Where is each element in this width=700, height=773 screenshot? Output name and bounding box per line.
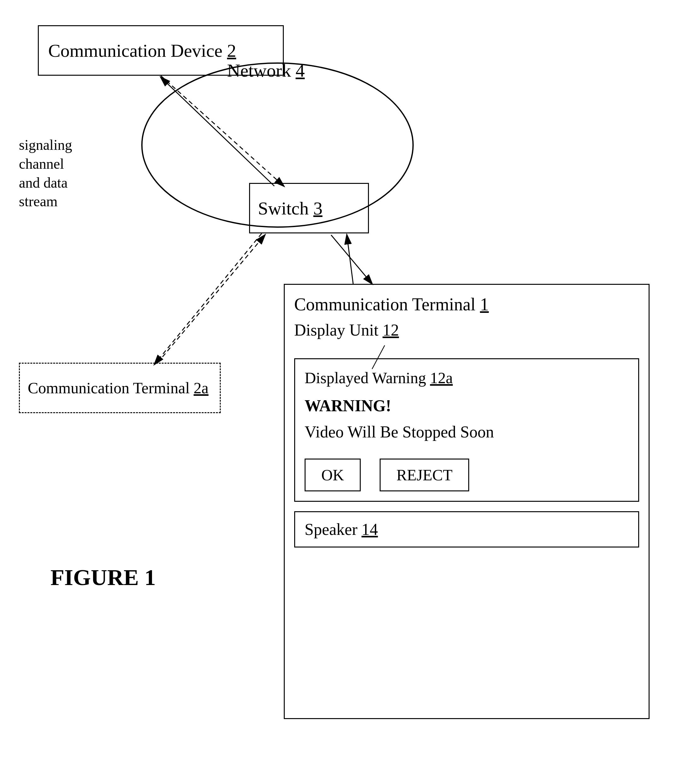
arrow-terminal1-to-switch-solid <box>347 235 353 284</box>
signaling-line3: and data <box>19 173 72 192</box>
signaling-line1: signaling <box>19 136 72 155</box>
comm-terminal-1-title: Communication Terminal 1 <box>294 294 639 314</box>
arrow-switch-to-terminal1-solid <box>331 235 372 284</box>
comm-terminal-2a-number: 2a <box>194 379 209 397</box>
signaling-line4: stream <box>19 192 72 211</box>
display-unit-number: 12 <box>383 321 399 339</box>
switch-text: Switch <box>258 198 309 219</box>
network-number: 4 <box>296 60 305 81</box>
arrow-switch-to-terminal2a-dashed <box>154 234 262 364</box>
displayed-warning-number: 12a <box>430 369 453 386</box>
displayed-warning-label: Displayed Warning 12a <box>305 369 629 387</box>
signaling-line2: channel <box>19 155 72 173</box>
speaker-text: Speaker <box>305 520 357 538</box>
comm-terminal-2a-text: Communication Terminal <box>28 379 190 397</box>
warning-text: WARNING! <box>305 396 629 415</box>
network-label: Network 4 <box>227 60 305 81</box>
switch-box: Switch 3 <box>249 183 369 234</box>
switch-number: 3 <box>314 198 322 219</box>
buttons-row: OK REJECT <box>305 459 629 491</box>
speaker-number: 14 <box>362 520 378 538</box>
signaling-label: signaling channel and data stream <box>19 136 72 211</box>
displayed-warning-text: Displayed Warning <box>305 369 426 386</box>
network-text: Network <box>227 60 291 81</box>
comm-terminal-2a-label: Communication Terminal 2a <box>28 379 209 397</box>
comm-terminal-2a-box: Communication Terminal 2a <box>19 363 221 413</box>
display-unit-label: Display Unit 12 <box>294 321 639 339</box>
arrow-terminal2a-to-switch-dashed <box>158 235 265 363</box>
display-unit-inner: Displayed Warning 12a WARNING! Video Wil… <box>294 358 639 502</box>
comm-terminal-1-title-text: Communication Terminal <box>294 294 475 314</box>
display-unit-text: Display Unit <box>294 321 378 339</box>
comm-terminal-1-box: Communication Terminal 1 Display Unit 12… <box>284 284 649 719</box>
comm-terminal-1-title-number: 1 <box>480 294 489 314</box>
switch-label: Switch 3 <box>258 198 322 219</box>
figure-label: FIGURE 1 <box>51 564 156 591</box>
reject-button[interactable]: REJECT <box>380 459 469 491</box>
ok-button[interactable]: OK <box>305 459 361 491</box>
speaker-label: Speaker 14 <box>305 520 378 539</box>
speaker-box: Speaker 14 <box>294 511 639 548</box>
video-will-text: Video Will Be Stopped Soon <box>305 421 629 443</box>
